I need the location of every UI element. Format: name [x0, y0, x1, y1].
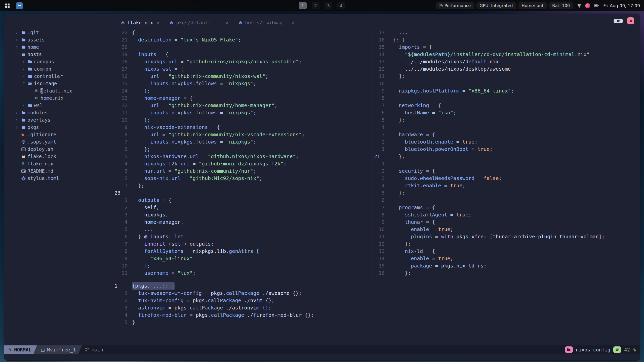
code-line[interactable]: 18 nixpkgs.url = "github:nixos/nixpkgs/n…: [113, 58, 373, 65]
code-line[interactable]: 14 "${modulesPath}/installer/cd-dvd/inst…: [373, 51, 640, 58]
code-line[interactable]: 4 nixpkgs-f2k.url = "github:moni-dz/nixp…: [113, 160, 373, 167]
tree-item-home-nix[interactable]: ❄home.nix: [15, 95, 113, 102]
code-line[interactable]: 10 };: [113, 116, 373, 124]
code-line[interactable]: 9 "x86_64-linux": [113, 255, 373, 262]
code-line[interactable]: 16 };: [373, 269, 640, 277]
tree-item-common[interactable]: ›common: [15, 65, 113, 73]
code-line[interactable]: 7 programs = {: [373, 204, 640, 211]
code-line[interactable]: 8 ssh.startAgent = true;: [373, 211, 640, 218]
code-line[interactable]: 1 };: [113, 182, 373, 189]
workspace-button-2[interactable]: 2: [312, 2, 319, 9]
code-line[interactable]: 1: [373, 160, 640, 167]
code-line[interactable]: 5 };: [373, 116, 640, 124]
code-line[interactable]: 11 inputs.nixpkgs.follows = "nixpkgs";: [113, 109, 373, 116]
code-line[interactable]: 9 nix-vscode-extensions = {: [113, 124, 373, 131]
code-line[interactable]: 1 outputs = {: [113, 197, 373, 204]
code-line[interactable]: 8 url = "github:nix-community/nix-vscode…: [113, 131, 373, 138]
tree-item-flake-lock[interactable]: flake.lock: [15, 153, 113, 160]
code-line[interactable]: 3 astronvim = pkgs.callPackage ./astronv…: [113, 304, 640, 311]
tree-item-flake-nix[interactable]: ❄flake.nix: [15, 160, 113, 167]
code-line[interactable]: 10: [373, 80, 640, 87]
tree-item--git[interactable]: ›.git: [15, 29, 113, 36]
code-line[interactable]: 13 home-manager = {: [113, 95, 373, 102]
code-line[interactable]: 8 forAllSystems = nixpkgs.lib.genAttrs [: [113, 248, 373, 255]
code-line[interactable]: 5}: [113, 319, 640, 326]
code-line[interactable]: 3 hardware = {: [373, 131, 640, 138]
pane-right[interactable]: 17 ...16}: {15 imports = [14 "${modulesP…: [373, 29, 640, 278]
code-line[interactable]: 6 };: [113, 146, 373, 153]
code-line[interactable]: 6: [373, 197, 640, 204]
tree-item-wsl[interactable]: ›wsl: [15, 102, 113, 109]
code-line[interactable]: 21 description = "tux's NixOS Flake";: [113, 36, 373, 43]
code-line[interactable]: 5 nixos-hardware.url = "github:nixos/nix…: [113, 153, 373, 160]
workspace-button-4[interactable]: 4: [337, 2, 345, 9]
close-icon[interactable]: ×: [157, 20, 160, 26]
code-line[interactable]: 19 inputs = {: [113, 51, 373, 58]
code-line[interactable]: 6 hostName = "iso";: [373, 109, 640, 116]
code-line[interactable]: 3 nur.url = "github:nix-community/nur";: [113, 167, 373, 175]
tab-hosts-isoImag-[interactable]: ❄hosts/isoImag..×: [234, 18, 300, 28]
code-line[interactable]: 8: [373, 95, 640, 102]
close-icon[interactable]: ×: [226, 20, 229, 26]
code-line[interactable]: 15 inputs.nixpkgs.follows = "nixpkgs";: [113, 80, 373, 87]
code-line[interactable]: 11 ];: [373, 73, 640, 80]
code-line[interactable]: 3 sudo.wheelNeedsPassword = false;: [373, 175, 640, 182]
awesome-logo-icon[interactable]: [16, 2, 23, 9]
code-line[interactable]: 3 nixpkgs,: [113, 211, 373, 218]
code-line[interactable]: 1{pkgs, ...}: {: [113, 282, 640, 290]
window-close-button[interactable]: ×: [627, 17, 634, 24]
nvim-tree[interactable]: ›.git›assets›home›hosts›canopus›common›c…: [4, 28, 113, 345]
workspace-button-1[interactable]: 1: [299, 2, 307, 9]
tree-item-deploy-sh[interactable]: deploy.sh: [15, 146, 113, 153]
code-line[interactable]: 4 firefox-mod-blur = pkgs.callPackage ./…: [113, 311, 640, 319]
code-line[interactable]: 21 };: [373, 153, 640, 160]
apps-grid-icon[interactable]: [4, 2, 11, 9]
code-line[interactable]: 17 ...: [373, 29, 640, 36]
code-line[interactable]: 2 security = {: [373, 167, 640, 175]
code-line[interactable]: 11 username = "tux";: [113, 269, 373, 277]
code-line[interactable]: 2 tux-nvim-config = pkgs.callPackage ./n…: [113, 297, 640, 304]
code-line[interactable]: 2 bluetooth.enable = true;: [373, 138, 640, 146]
code-line[interactable]: 11 plugins = with pkgs.xfce; [thunar-arc…: [373, 233, 640, 240]
pane-left[interactable]: 22{21 description = "tux's NixOS Flake";…: [113, 29, 373, 278]
code-line[interactable]: 10 ];: [113, 262, 373, 269]
code-line[interactable]: 14 };: [113, 87, 373, 95]
code-line[interactable]: 9 nixpkgs.hostPlatform = "x86_64-linux";: [373, 87, 640, 95]
code-line[interactable]: 20: [113, 43, 373, 51]
code-line[interactable]: 17 nixos-wsl = {: [113, 65, 373, 73]
code-line[interactable]: 2 self,: [113, 204, 373, 211]
code-line[interactable]: 12 url = "github:nix-community/home-mana…: [113, 102, 373, 109]
tree-item-default-nix[interactable]: ❄default.nix: [15, 87, 113, 95]
tree-item-isoImage[interactable]: ›isoImage: [15, 80, 113, 87]
code-line[interactable]: 23: [113, 189, 373, 197]
code-line[interactable]: 4 rtkit.enable = true;: [373, 182, 640, 189]
tab-pkgs-default-[interactable]: ❄pkgs/default ...×: [165, 18, 234, 28]
code-line[interactable]: 16}: {: [373, 36, 640, 43]
code-line[interactable]: 1 bluetooth.powerOnBoot = true;: [373, 146, 640, 153]
code-line[interactable]: 12 ../../modules/nixos/desktop/awesome: [373, 65, 640, 73]
code-line[interactable]: 12 };: [373, 240, 640, 248]
code-line[interactable]: 9 thunar = {: [373, 218, 640, 226]
close-icon[interactable]: ×: [292, 20, 295, 26]
code-line[interactable]: 10 enable = true;: [373, 226, 640, 233]
code-line[interactable]: 14 enable = true;: [373, 255, 640, 262]
tree-item-modules[interactable]: ›modules: [15, 109, 113, 116]
pane-bottom[interactable]: 1{pkgs, ...}: {1 tux-awesome-wm-config =…: [113, 278, 640, 345]
tree-item-README-md[interactable]: README.md: [15, 167, 113, 175]
code-line[interactable]: 15 imports = [: [373, 43, 640, 51]
code-line[interactable]: 5 ...: [113, 226, 373, 233]
code-line[interactable]: 7 inherit (self) outputs;: [113, 240, 373, 248]
code-line[interactable]: 2 sops-nix.url = "github:Mic92/sops-nix"…: [113, 175, 373, 182]
code-line[interactable]: 6 } @ inputs: let: [113, 233, 373, 240]
tree-item-canopus[interactable]: ›canopus: [15, 58, 113, 65]
code-line[interactable]: 7 inputs.nixpkgs.follows = "nixpkgs";: [113, 138, 373, 146]
tree-item--sops-yaml[interactable]: .sops.yaml: [15, 138, 113, 146]
toggle-button[interactable]: [614, 19, 623, 23]
tree-item-hosts[interactable]: ›hosts: [15, 51, 113, 58]
code-line[interactable]: 16 url = "github:nix-community/nixos-wsl…: [113, 73, 373, 80]
code-line[interactable]: 22{: [113, 29, 373, 36]
tree-item-assets[interactable]: ›assets: [15, 36, 113, 43]
tree-item-controller[interactable]: ›controller: [15, 73, 113, 80]
tree-item-pkgs[interactable]: ›pkgs: [15, 124, 113, 131]
code-line[interactable]: 4 home-manager,: [113, 218, 373, 226]
